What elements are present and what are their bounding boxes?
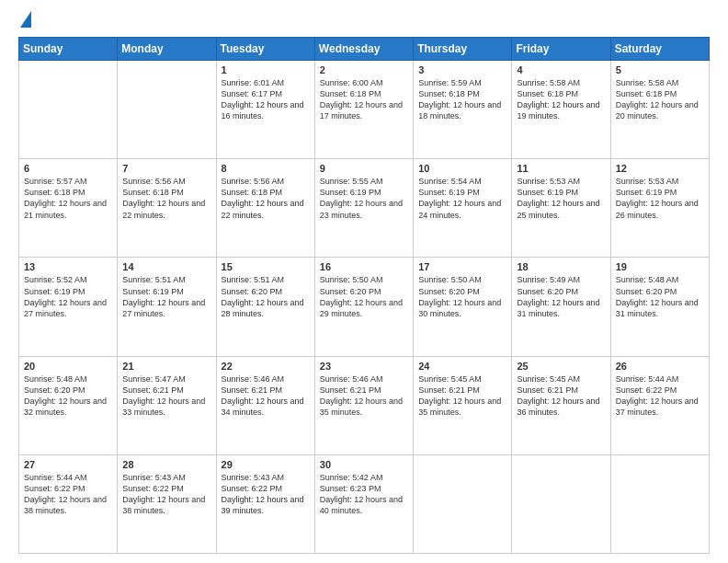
- day-info: Sunrise: 5:59 AM Sunset: 6:18 PM Dayligh…: [418, 77, 506, 122]
- calendar-cell: 9Sunrise: 5:55 AM Sunset: 6:19 PM Daylig…: [314, 159, 413, 258]
- calendar-week-1: 1Sunrise: 6:01 AM Sunset: 6:17 PM Daylig…: [19, 61, 710, 159]
- day-number: 4: [517, 64, 605, 75]
- calendar-cell: 17Sunrise: 5:50 AM Sunset: 6:20 PM Dayli…: [414, 258, 512, 356]
- calendar-cell: [19, 61, 118, 159]
- calendar-cell: 27Sunrise: 5:44 AM Sunset: 6:22 PM Dayli…: [19, 454, 118, 553]
- calendar-cell: 10Sunrise: 5:54 AM Sunset: 6:19 PM Dayli…: [414, 159, 512, 258]
- day-info: Sunrise: 5:53 AM Sunset: 6:19 PM Dayligh…: [616, 176, 704, 221]
- day-number: 14: [122, 261, 210, 272]
- calendar-week-3: 13Sunrise: 5:52 AM Sunset: 6:19 PM Dayli…: [19, 258, 710, 356]
- calendar-cell: 25Sunrise: 5:45 AM Sunset: 6:21 PM Dayli…: [512, 356, 610, 454]
- day-info: Sunrise: 5:45 AM Sunset: 6:21 PM Dayligh…: [517, 373, 605, 419]
- day-number: 10: [418, 163, 506, 174]
- calendar-cell: 1Sunrise: 6:01 AM Sunset: 6:17 PM Daylig…: [216, 61, 314, 159]
- day-number: 20: [24, 361, 112, 372]
- day-info: Sunrise: 5:44 AM Sunset: 6:22 PM Dayligh…: [24, 472, 112, 517]
- day-info: Sunrise: 5:56 AM Sunset: 6:18 PM Dayligh…: [122, 176, 210, 221]
- day-info: Sunrise: 5:51 AM Sunset: 6:19 PM Dayligh…: [122, 274, 210, 319]
- calendar-cell: 26Sunrise: 5:44 AM Sunset: 6:22 PM Dayli…: [610, 356, 709, 454]
- day-info: Sunrise: 5:58 AM Sunset: 6:18 PM Dayligh…: [517, 77, 605, 122]
- calendar-cell: 5Sunrise: 5:58 AM Sunset: 6:18 PM Daylig…: [610, 61, 709, 159]
- header: [18, 15, 710, 28]
- day-info: Sunrise: 5:55 AM Sunset: 6:19 PM Dayligh…: [320, 176, 408, 221]
- day-number: 19: [616, 261, 704, 272]
- weekday-header-row: SundayMondayTuesdayWednesdayThursdayFrid…: [19, 38, 710, 61]
- calendar-week-5: 27Sunrise: 5:44 AM Sunset: 6:22 PM Dayli…: [19, 454, 710, 553]
- weekday-header-sunday: Sunday: [19, 38, 118, 61]
- calendar-cell: 22Sunrise: 5:46 AM Sunset: 6:21 PM Dayli…: [216, 356, 314, 454]
- day-info: Sunrise: 5:50 AM Sunset: 6:20 PM Dayligh…: [418, 274, 506, 319]
- weekday-header-friday: Friday: [512, 38, 610, 61]
- day-number: 9: [320, 163, 408, 174]
- calendar-cell: 8Sunrise: 5:56 AM Sunset: 6:18 PM Daylig…: [216, 159, 314, 258]
- calendar-cell: 28Sunrise: 5:43 AM Sunset: 6:22 PM Dayli…: [118, 454, 216, 553]
- calendar-cell: 21Sunrise: 5:47 AM Sunset: 6:21 PM Dayli…: [118, 356, 216, 454]
- calendar-cell: 11Sunrise: 5:53 AM Sunset: 6:19 PM Dayli…: [512, 159, 610, 258]
- calendar-cell: [610, 454, 709, 553]
- calendar-cell: 14Sunrise: 5:51 AM Sunset: 6:19 PM Dayli…: [118, 258, 216, 356]
- calendar-cell: 30Sunrise: 5:42 AM Sunset: 6:23 PM Dayli…: [314, 454, 413, 553]
- day-info: Sunrise: 5:54 AM Sunset: 6:19 PM Dayligh…: [418, 176, 506, 221]
- day-info: Sunrise: 5:43 AM Sunset: 6:22 PM Dayligh…: [222, 472, 310, 517]
- calendar-cell: [512, 454, 610, 553]
- day-number: 30: [320, 459, 408, 470]
- weekday-header-monday: Monday: [118, 38, 216, 61]
- calendar-table: SundayMondayTuesdayWednesdayThursdayFrid…: [18, 37, 710, 554]
- day-number: 6: [24, 163, 112, 174]
- weekday-header-wednesday: Wednesday: [314, 38, 413, 61]
- day-info: Sunrise: 5:56 AM Sunset: 6:18 PM Dayligh…: [222, 176, 310, 221]
- calendar-cell: 23Sunrise: 5:46 AM Sunset: 6:21 PM Dayli…: [314, 356, 413, 454]
- day-info: Sunrise: 5:42 AM Sunset: 6:23 PM Dayligh…: [320, 472, 408, 517]
- day-info: Sunrise: 5:46 AM Sunset: 6:21 PM Dayligh…: [222, 373, 310, 419]
- day-info: Sunrise: 5:45 AM Sunset: 6:21 PM Dayligh…: [418, 373, 506, 419]
- day-number: 23: [320, 361, 408, 372]
- page: SundayMondayTuesdayWednesdayThursdayFrid…: [0, 0, 728, 563]
- calendar-cell: 16Sunrise: 5:50 AM Sunset: 6:20 PM Dayli…: [314, 258, 413, 356]
- day-info: Sunrise: 5:58 AM Sunset: 6:18 PM Dayligh…: [616, 77, 704, 122]
- day-number: 22: [222, 361, 310, 372]
- day-number: 2: [320, 64, 408, 75]
- day-number: 27: [24, 459, 112, 470]
- day-number: 3: [418, 64, 506, 75]
- day-number: 16: [320, 261, 408, 272]
- day-info: Sunrise: 5:53 AM Sunset: 6:19 PM Dayligh…: [517, 176, 605, 221]
- day-info: Sunrise: 6:01 AM Sunset: 6:17 PM Dayligh…: [222, 77, 310, 122]
- day-number: 28: [122, 459, 210, 470]
- day-number: 21: [122, 361, 210, 372]
- day-info: Sunrise: 5:49 AM Sunset: 6:20 PM Dayligh…: [517, 274, 605, 319]
- day-number: 12: [616, 163, 704, 174]
- day-info: Sunrise: 5:48 AM Sunset: 6:20 PM Dayligh…: [24, 373, 112, 419]
- calendar-cell: 13Sunrise: 5:52 AM Sunset: 6:19 PM Dayli…: [19, 258, 118, 356]
- calendar-cell: 2Sunrise: 6:00 AM Sunset: 6:18 PM Daylig…: [314, 61, 413, 159]
- day-number: 8: [222, 163, 310, 174]
- calendar-cell: 4Sunrise: 5:58 AM Sunset: 6:18 PM Daylig…: [512, 61, 610, 159]
- day-number: 29: [222, 459, 310, 470]
- calendar-cell: 6Sunrise: 5:57 AM Sunset: 6:18 PM Daylig…: [19, 159, 118, 258]
- logo-text: [18, 15, 31, 28]
- day-number: 1: [222, 64, 310, 75]
- day-number: 24: [418, 361, 506, 372]
- day-info: Sunrise: 5:46 AM Sunset: 6:21 PM Dayligh…: [320, 373, 408, 419]
- calendar-cell: 29Sunrise: 5:43 AM Sunset: 6:22 PM Dayli…: [216, 454, 314, 553]
- logo: [18, 15, 31, 28]
- day-number: 5: [616, 64, 704, 75]
- day-number: 26: [616, 361, 704, 372]
- day-info: Sunrise: 5:48 AM Sunset: 6:20 PM Dayligh…: [616, 274, 704, 319]
- day-info: Sunrise: 5:44 AM Sunset: 6:22 PM Dayligh…: [616, 373, 704, 419]
- day-info: Sunrise: 5:47 AM Sunset: 6:21 PM Dayligh…: [122, 373, 210, 419]
- calendar-cell: 7Sunrise: 5:56 AM Sunset: 6:18 PM Daylig…: [118, 159, 216, 258]
- day-info: Sunrise: 5:43 AM Sunset: 6:22 PM Dayligh…: [122, 472, 210, 517]
- calendar-cell: 3Sunrise: 5:59 AM Sunset: 6:18 PM Daylig…: [414, 61, 512, 159]
- calendar-cell: 24Sunrise: 5:45 AM Sunset: 6:21 PM Dayli…: [414, 356, 512, 454]
- day-number: 13: [24, 261, 112, 272]
- weekday-header-saturday: Saturday: [610, 38, 709, 61]
- calendar-cell: [118, 61, 216, 159]
- day-number: 11: [517, 163, 605, 174]
- day-number: 15: [222, 261, 310, 272]
- calendar-cell: 12Sunrise: 5:53 AM Sunset: 6:19 PM Dayli…: [610, 159, 709, 258]
- day-number: 18: [517, 261, 605, 272]
- day-info: Sunrise: 5:52 AM Sunset: 6:19 PM Dayligh…: [24, 274, 112, 319]
- calendar-week-4: 20Sunrise: 5:48 AM Sunset: 6:20 PM Dayli…: [19, 356, 710, 454]
- calendar-cell: [414, 454, 512, 553]
- logo-triangle-icon: [20, 11, 31, 28]
